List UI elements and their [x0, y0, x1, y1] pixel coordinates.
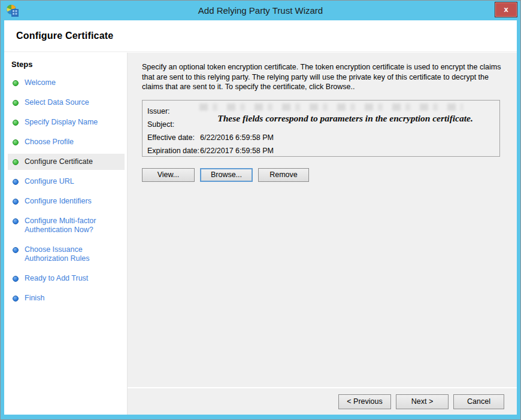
effective-date-value: 6/22/2016 6:59:58 PM [200, 133, 274, 142]
step-label: Choose Profile [25, 138, 74, 147]
previous-button[interactable]: < Previous [338, 394, 391, 409]
step-select-data-source: Select Data Source [8, 95, 125, 111]
step-label: Configure Certificate [25, 157, 93, 166]
issuer-label: Issuer: [147, 107, 200, 115]
step-label: Finish [25, 294, 44, 303]
step-choose-issuance-rules: Choose Issuance Authorization Rules [8, 242, 125, 267]
expiration-date-label: Expiration date: [147, 147, 200, 155]
view-button[interactable]: View... [142, 168, 195, 182]
cancel-button[interactable]: Cancel [453, 394, 504, 409]
page-title: Configure Certificate [16, 31, 113, 41]
step-label: Choose Issuance Authorization Rules [25, 245, 122, 263]
titlebar: Add Relying Party Trust Wizard x [1, 1, 520, 20]
step-label: Select Data Source [25, 98, 89, 107]
footer-bar: < Previous Next > Cancel [128, 387, 517, 415]
step-status-icon [13, 139, 19, 145]
step-status-icon [13, 276, 19, 282]
browse-button[interactable]: Browse... [200, 168, 253, 182]
step-configure-identifiers: Configure Identifiers [8, 193, 125, 209]
wizard-dialog: Configure Certificate Steps Welcome Sele… [4, 20, 517, 415]
step-label: Specify Display Name [25, 118, 98, 127]
close-button[interactable]: x [495, 2, 517, 17]
step-status-icon [13, 159, 19, 165]
page-header: Configure Certificate [4, 20, 517, 52]
next-button[interactable]: Next > [396, 394, 449, 409]
step-finish: Finish [8, 290, 125, 306]
step-label: Configure Multi-factor Authentication No… [25, 217, 122, 235]
step-status-icon [13, 80, 19, 86]
description-text: Specify an optional token encryption cer… [142, 62, 505, 92]
step-status-icon [13, 296, 19, 302]
step-label: Ready to Add Trust [25, 274, 88, 283]
main-panel: Specify an optional token encryption cer… [128, 53, 517, 415]
expiration-date-value: 6/22/2017 6:59:58 PM [200, 147, 274, 155]
step-label: Configure Identifiers [25, 197, 92, 206]
subject-label: Subject: [147, 120, 200, 129]
steps-heading: Steps [11, 60, 125, 69]
annotation-note: These fields correspond to parameters in… [194, 113, 496, 124]
step-status-icon [13, 179, 19, 185]
step-configure-mfa: Configure Multi-factor Authentication No… [8, 213, 125, 238]
step-status-icon [13, 100, 19, 106]
remove-button[interactable]: Remove [258, 168, 309, 182]
adfs-app-icon [6, 4, 19, 17]
steps-sidebar: Steps Welcome Select Data Source Specify… [4, 53, 128, 415]
certificate-info-box: Issuer: Subject: Effective date: 6/22/20… [142, 100, 500, 157]
window-title: Add Relying Party Trust Wizard [1, 5, 520, 16]
step-label: Configure URL [25, 177, 74, 186]
step-specify-display-name: Specify Display Name [8, 114, 125, 130]
effective-date-label: Effective date: [147, 133, 200, 142]
step-status-icon [13, 247, 19, 253]
step-configure-certificate: Configure Certificate [8, 154, 125, 170]
step-configure-url: Configure URL [8, 174, 125, 190]
wizard-window: Add Relying Party Trust Wizard x Configu… [1, 1, 520, 419]
step-label: Welcome [25, 78, 56, 87]
step-ready-to-add-trust: Ready to Add Trust [8, 270, 125, 287]
redacted-text-smudge [199, 104, 463, 111]
step-status-icon [13, 218, 19, 224]
step-status-icon [13, 120, 19, 126]
step-welcome: Welcome [8, 75, 125, 91]
step-choose-profile: Choose Profile [8, 134, 125, 150]
step-status-icon [13, 199, 19, 205]
steps-list: Welcome Select Data Source Specify Displ… [8, 75, 125, 306]
